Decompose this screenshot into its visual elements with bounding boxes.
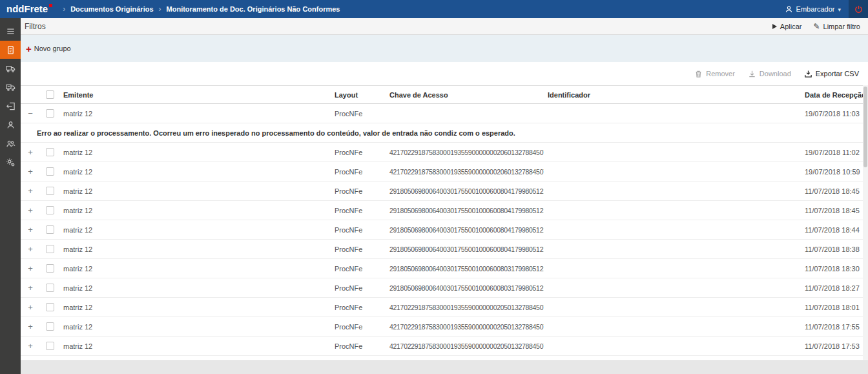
clear-filter-button[interactable]: Limpar filtro — [813, 22, 860, 31]
row-checkbox[interactable] — [46, 284, 54, 292]
expand-toggle-icon[interactable]: − — [26, 109, 35, 118]
table-row[interactable]: + matriz 12 ProcNFe 42170229187583000193… — [21, 298, 863, 317]
column-header-data-recepcao[interactable]: Data de Recepção↓ — [801, 86, 863, 104]
expand-toggle-icon[interactable]: + — [26, 264, 35, 273]
row-checkbox[interactable] — [46, 167, 54, 176]
expand-toggle-icon[interactable]: + — [26, 225, 35, 234]
sidebar-item-truck[interactable] — [0, 59, 21, 78]
row-checkbox[interactable] — [46, 109, 54, 118]
row-checkbox[interactable] — [46, 322, 54, 331]
breadcrumb-item-documentos[interactable]: Documentos Originários — [70, 5, 153, 13]
footer-strip — [21, 360, 868, 374]
cell-layout: ProcNFe — [331, 220, 386, 240]
expand-toggle-icon[interactable]: + — [26, 186, 35, 196]
truck-icon — [6, 64, 16, 74]
cell-layout: ProcNFe — [331, 240, 386, 259]
select-all-cell — [40, 86, 59, 104]
scrollbar-thumb[interactable] — [863, 87, 867, 167]
sidebar-item-users[interactable] — [0, 134, 21, 152]
row-checkbox[interactable] — [46, 264, 54, 273]
column-header-layout[interactable]: Layout — [331, 86, 386, 104]
settings-gears-icon — [6, 158, 16, 167]
table-row[interactable]: + matriz 12 ProcNFe 29180506980064003017… — [21, 240, 863, 259]
user-menu[interactable]: Embarcador — [785, 5, 841, 14]
column-header-emitente[interactable]: Emitente — [59, 86, 331, 104]
cell-emitente: matriz 12 — [59, 182, 331, 201]
sidebar-item-delivery[interactable] — [0, 78, 21, 96]
cell-data: 19/07/2018 11:03 — [801, 104, 863, 123]
cell-emitente: matriz 12 — [59, 240, 331, 259]
row-checkbox[interactable] — [46, 225, 54, 234]
column-header-label: Layout — [335, 91, 358, 99]
exit-button[interactable] — [849, 0, 868, 18]
table-row[interactable]: + matriz 12 ProcNFe 42170229187583000193… — [21, 337, 863, 356]
export-icon — [804, 70, 812, 78]
expand-toggle-icon[interactable]: + — [26, 283, 35, 293]
main-content: Filtros Aplicar Limpar filtro + Novo gru… — [21, 18, 868, 374]
cell-chave: 2918050698006400301755001000600804179980… — [386, 182, 544, 201]
column-header-identificador[interactable]: Identificador — [544, 86, 801, 104]
remove-button[interactable]: Remover — [694, 70, 735, 78]
cell-data: 11/07/2018 17:53 — [801, 337, 863, 356]
sidebar-item-exit[interactable] — [0, 97, 21, 115]
expand-toggle-icon[interactable]: + — [26, 341, 35, 351]
table-row[interactable]: + matriz 12 ProcNFe 42170229187583000193… — [21, 143, 863, 162]
remove-label: Remover — [706, 70, 735, 78]
apply-filter-button[interactable]: Aplicar — [772, 23, 802, 30]
cell-layout: ProcNFe — [331, 298, 386, 317]
expand-toggle-icon[interactable]: + — [26, 322, 35, 331]
cell-data: 11/07/2018 18:30 — [801, 259, 863, 278]
table-row[interactable]: + matriz 12 ProcNFe 42170229187583000193… — [21, 317, 863, 337]
select-all-checkbox[interactable] — [46, 90, 54, 99]
cell-identificador — [544, 259, 801, 278]
cell-layout: ProcNFe — [331, 182, 386, 201]
cell-identificador — [544, 317, 801, 337]
breadcrumb-item-monitoramento[interactable]: Monitoramento de Doc. Originários Não Co… — [167, 5, 340, 13]
cell-chave: 2918050698006400301755001000600803179980… — [386, 278, 544, 298]
row-checkbox[interactable] — [46, 245, 54, 253]
user-icon — [785, 5, 793, 14]
sidebar-item-support[interactable] — [0, 116, 21, 134]
cell-chave — [386, 104, 544, 123]
export-csv-button[interactable]: Exportar CSV — [804, 70, 859, 78]
table-row[interactable]: + matriz 12 ProcNFe 29180506980064003017… — [21, 182, 863, 201]
table-header-row: Emitente Layout Chave de Acesso Identifi… — [21, 86, 863, 104]
table-row[interactable]: + matriz 12 ProcNFe 29180506980064003017… — [21, 278, 863, 298]
row-checkbox[interactable] — [46, 342, 54, 350]
table-row[interactable]: − matriz 12 ProcNFe 19/07/2018 11:03 — [21, 104, 863, 123]
menu-icon — [6, 26, 16, 36]
download-button[interactable]: Download — [748, 70, 791, 78]
cell-layout: ProcNFe — [331, 143, 386, 162]
row-checkbox[interactable] — [46, 148, 54, 156]
documents-table: Emitente Layout Chave de Acesso Identifi… — [21, 85, 863, 356]
topbar: nddFrete Documentos Originários Monitora… — [0, 0, 868, 18]
delivery-truck-icon — [6, 83, 16, 92]
column-header-chave[interactable]: Chave de Acesso — [386, 86, 544, 104]
row-checkbox[interactable] — [46, 303, 54, 311]
table-row[interactable]: + matriz 12 ProcNFe 42170229187583000193… — [21, 162, 863, 182]
expand-toggle-icon[interactable]: + — [26, 205, 35, 215]
power-icon — [854, 5, 863, 14]
column-header-label: Emitente — [63, 91, 93, 99]
cell-chave: 4217022918758300019355900000002050132788… — [386, 337, 544, 356]
expand-toggle-icon[interactable]: + — [26, 244, 35, 254]
table-row[interactable]: + matriz 12 ProcNFe 29180506980064003017… — [21, 259, 863, 278]
cell-data: 11/07/2018 18:27 — [801, 278, 863, 298]
sidebar-item-menu[interactable] — [0, 22, 21, 40]
table-row[interactable]: + matriz 12 ProcNFe 29180506980064003017… — [21, 220, 863, 240]
row-checkbox[interactable] — [46, 187, 54, 195]
row-checkbox[interactable] — [46, 206, 54, 214]
error-message: Erro ao realizar o processamento. Ocorre… — [37, 129, 515, 137]
sidebar-item-doc-monitoring[interactable] — [0, 41, 21, 59]
table-row[interactable]: + matriz 12 ProcNFe 29180506980064003017… — [21, 201, 863, 220]
expand-toggle-icon[interactable]: + — [26, 167, 35, 176]
sidebar-item-settings[interactable] — [0, 153, 21, 171]
cell-layout: ProcNFe — [331, 278, 386, 298]
group-panel: + Novo grupo — [21, 35, 868, 62]
cell-identificador — [544, 220, 801, 240]
expand-toggle-icon[interactable]: + — [26, 302, 35, 312]
new-group-button[interactable]: + Novo grupo — [26, 44, 71, 54]
expand-toggle-icon[interactable]: + — [26, 147, 35, 157]
vertical-scrollbar[interactable] — [863, 85, 868, 360]
cell-layout: ProcNFe — [331, 162, 386, 182]
